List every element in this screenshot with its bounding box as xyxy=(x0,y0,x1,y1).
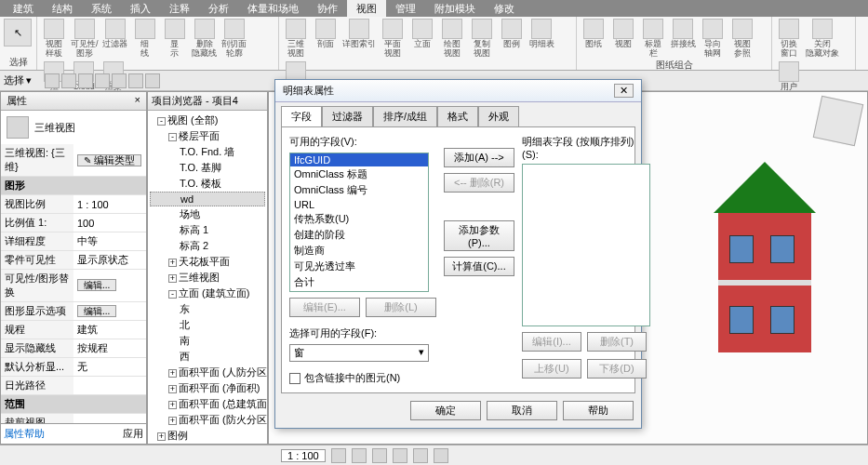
field-item[interactable]: 可见光透过率 xyxy=(290,259,428,274)
ribbon-tab-7[interactable]: 协作 xyxy=(308,0,347,17)
delete-field-button[interactable]: 删除(L) xyxy=(366,298,436,317)
dialog-tab-4[interactable]: 外观 xyxy=(478,106,519,126)
include-linked-checkbox[interactable]: 包含链接中的图元(N) xyxy=(289,371,436,385)
callout-icon[interactable] xyxy=(349,19,369,39)
help-button[interactable]: 帮助 xyxy=(563,401,634,420)
ribbon-tab-3[interactable]: 插入 xyxy=(121,0,160,17)
properties-help-link[interactable]: 属性帮助 xyxy=(4,427,45,441)
field-item[interactable]: 创建的阶段 xyxy=(290,227,428,243)
schedule-icon[interactable] xyxy=(531,19,552,39)
status-icon[interactable] xyxy=(413,448,428,463)
field-item[interactable]: OmniClass 编号 xyxy=(290,182,428,198)
scheduled-fields-list[interactable] xyxy=(522,164,650,326)
field-item[interactable]: 合计 xyxy=(290,274,428,290)
tree-item[interactable]: 东 xyxy=(150,301,265,317)
filters-icon[interactable] xyxy=(105,19,126,39)
rev-icon[interactable] xyxy=(673,19,693,39)
tree-item[interactable]: -楼层平面 xyxy=(150,128,265,144)
status-icon[interactable] xyxy=(352,448,367,463)
visibility-icon[interactable] xyxy=(74,19,95,39)
remove-field-button[interactable]: <-- 删除(R) xyxy=(444,173,514,193)
tree-item[interactable]: wd xyxy=(150,192,265,206)
tree-item[interactable]: +图例 xyxy=(150,428,265,444)
field-item[interactable]: IfcGUID xyxy=(290,153,428,166)
delete-scheduled-button[interactable]: 删除(T) xyxy=(587,332,647,352)
edit-field-button[interactable]: 编辑(E)... xyxy=(289,298,360,317)
tree-item[interactable]: T.O. 楼板 xyxy=(150,176,265,192)
guide-icon[interactable] xyxy=(702,19,723,39)
tree-item[interactable]: -立面 (建筑立面) xyxy=(150,286,265,301)
thin-icon[interactable] xyxy=(135,19,155,39)
dup-icon[interactable] xyxy=(472,19,492,39)
tree-item[interactable]: T.O. Fnd. 墙 xyxy=(150,144,265,160)
status-icon[interactable] xyxy=(372,448,387,463)
view_template-icon[interactable] xyxy=(44,19,64,39)
status-icon[interactable] xyxy=(393,448,407,463)
instance-combo[interactable]: 三维视图: {三维} xyxy=(1,144,73,176)
ribbon-tab-4[interactable]: 注释 xyxy=(160,0,199,17)
tree-item[interactable]: -视图 (全部) xyxy=(150,113,265,128)
edit-type-button[interactable]: ✎ 编辑类型 xyxy=(77,154,141,166)
dialog-close-button[interactable]: ✕ xyxy=(614,84,634,98)
tree-item[interactable]: +三维视图 xyxy=(150,270,265,286)
filter-category-combo[interactable]: 窗▾ xyxy=(289,344,429,362)
field-item[interactable]: 传热系数(U) xyxy=(290,211,428,227)
edit-scheduled-button[interactable]: 编辑(I)... xyxy=(522,332,581,352)
tree-item[interactable]: 标高 1 xyxy=(150,222,265,238)
viewcube[interactable] xyxy=(813,96,864,147)
ribbon-tab-6[interactable]: 体量和场地 xyxy=(238,0,308,17)
field-item[interactable]: 制造商 xyxy=(290,243,428,259)
view3d-icon[interactable] xyxy=(286,19,306,39)
close-icon[interactable]: × xyxy=(135,94,140,108)
tree-item[interactable]: 标高 2 xyxy=(150,238,265,254)
sheet-icon[interactable] xyxy=(583,19,604,39)
dialog-tab-3[interactable]: 格式 xyxy=(437,106,478,126)
ribbon-tab-8[interactable]: 视图 xyxy=(347,0,386,17)
toolbar-icon[interactable] xyxy=(112,73,127,88)
tree-item[interactable]: +面积平面 (防火分区面积) xyxy=(150,412,265,428)
move-down-button[interactable]: 下移(D) xyxy=(587,359,647,379)
dialog-tab-1[interactable]: 过滤器 xyxy=(322,106,373,126)
toolbar-icon[interactable] xyxy=(45,73,60,88)
toolbar-icon[interactable] xyxy=(128,73,143,88)
tree-item[interactable]: 南 xyxy=(150,333,265,349)
ui-icon[interactable] xyxy=(779,61,799,82)
ribbon-tab-2[interactable]: 系统 xyxy=(82,0,121,17)
edit-button[interactable]: 编辑... xyxy=(77,305,116,317)
hidden-icon[interactable] xyxy=(194,19,215,39)
drafting-icon[interactable] xyxy=(442,19,462,39)
scale-display[interactable]: 1 : 100 xyxy=(281,449,326,462)
ribbon-tab-5[interactable]: 分析 xyxy=(199,0,238,17)
apply-button[interactable]: 应用 xyxy=(123,427,143,441)
title-icon[interactable] xyxy=(643,19,663,39)
ribbon-tab-0[interactable]: 建筑 xyxy=(4,0,43,17)
tree-item[interactable]: +面积平面 (总建筑面积) xyxy=(150,396,265,412)
ribbon-tab-9[interactable]: 管理 xyxy=(386,0,425,17)
show-icon[interactable] xyxy=(165,19,185,39)
tree-item[interactable]: T.O. 基脚 xyxy=(150,160,265,176)
dialog-tab-0[interactable]: 字段 xyxy=(281,106,322,126)
section-icon[interactable] xyxy=(315,19,336,39)
elev-icon[interactable] xyxy=(412,19,433,39)
available-fields-list[interactable]: IfcGUIDOmniClass 标题OmniClass 编号URL传热系数(U… xyxy=(289,153,429,292)
cancel-button[interactable]: 取消 xyxy=(487,401,557,420)
tree-item[interactable]: +天花板平面 xyxy=(150,254,265,270)
project-tree[interactable]: -视图 (全部)-楼层平面T.O. Fnd. 墙T.O. 基脚T.O. 楼板wd… xyxy=(148,111,267,445)
plan-icon[interactable] xyxy=(382,19,403,39)
add-parameter-button[interactable]: 添加参数(P)... xyxy=(444,220,514,251)
field-item[interactable]: 型号 xyxy=(290,290,428,292)
cut-icon[interactable] xyxy=(224,19,245,39)
switch-icon[interactable] xyxy=(779,19,799,39)
toolbar-icon[interactable] xyxy=(145,73,160,88)
ribbon-tab-1[interactable]: 结构 xyxy=(43,0,82,17)
dialog-tab-2[interactable]: 排序/成组 xyxy=(373,106,437,126)
tree-item[interactable]: 西 xyxy=(150,349,265,365)
toolbar-icon[interactable] xyxy=(78,73,93,88)
ribbon-tab-11[interactable]: 修改 xyxy=(485,0,524,17)
ok-button[interactable]: 确定 xyxy=(410,401,481,420)
close-icon[interactable] xyxy=(812,19,833,39)
cursor-icon[interactable]: ↖ xyxy=(4,19,32,46)
field-item[interactable]: OmniClass 标题 xyxy=(290,166,428,182)
status-icon[interactable] xyxy=(434,448,448,463)
field-item[interactable]: URL xyxy=(290,198,428,211)
